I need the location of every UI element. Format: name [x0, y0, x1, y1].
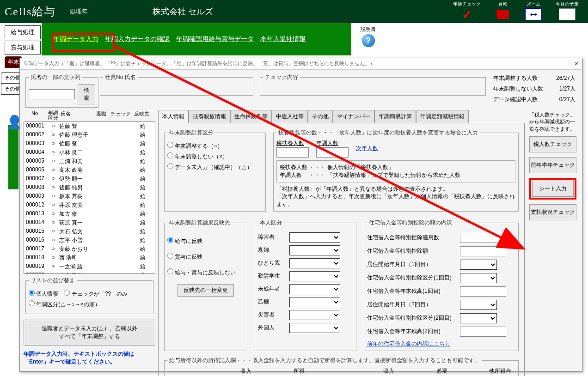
- company-name: 株式会社 セルズ: [153, 6, 213, 17]
- zoom-icon: ⟷: [525, 8, 542, 20]
- age-check-button[interactable]: 年齢チェック ✓: [453, 1, 481, 20]
- nav-join-leave[interactable]: 本年入退社情報: [260, 35, 306, 43]
- nav-data-entry[interactable]: 年調データ入力: [53, 35, 98, 43]
- yearend-nav: 年調データ入力 年調入力データの確認 年調確認用給与賞与データ 本年入退社情報: [42, 23, 351, 55]
- schedule-button[interactable]: 今月の予定: [556, 1, 579, 20]
- nav-confirm-input[interactable]: 年調入力データの確認: [105, 35, 170, 43]
- ledger-button[interactable]: 台帳: [495, 1, 511, 20]
- help-icon: ?: [362, 34, 375, 47]
- app-logo: Cells給与: [5, 4, 56, 19]
- bonus-process-button[interactable]: 賞与処理: [5, 41, 41, 55]
- app-header: Cells給与 処理年 株式会社 セルズ 年齢チェック ✓ 台帳 ズーム ⟷ 今…: [0, 0, 588, 23]
- processing-year-label[interactable]: 処理年: [70, 7, 88, 16]
- book-icon: [495, 8, 511, 20]
- check-icon: ✓: [459, 8, 475, 20]
- zoom-button[interactable]: ズーム ⟷: [525, 1, 542, 20]
- manual-button[interactable]: 説明書 ?: [361, 26, 376, 47]
- calendar-icon: [559, 8, 576, 20]
- salary-process-button[interactable]: 給与処理: [5, 25, 41, 39]
- nav-salary-bonus-data[interactable]: 年調確認用給与賞与データ: [176, 35, 254, 43]
